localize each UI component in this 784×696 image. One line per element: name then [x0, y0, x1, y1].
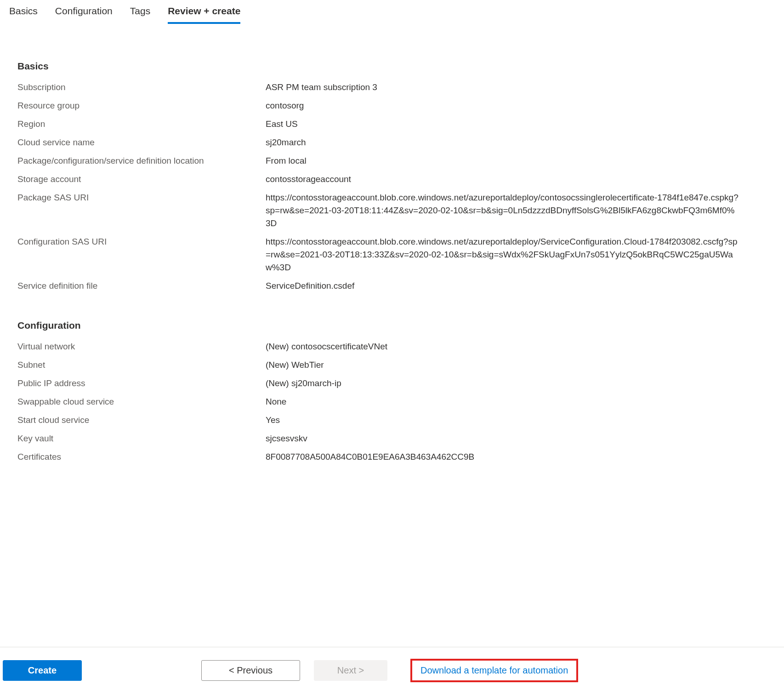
- value-subscription: ASR PM team subscription 3: [266, 81, 767, 94]
- tab-tags[interactable]: Tags: [130, 6, 150, 24]
- value-package-sas-uri: https://contosstorageaccount.blob.core.w…: [266, 191, 767, 230]
- create-button[interactable]: Create: [3, 660, 82, 681]
- label-key-vault: Key vault: [17, 432, 266, 445]
- label-region: Region: [17, 118, 266, 131]
- row-region: Region East US: [17, 118, 767, 131]
- label-public-ip: Public IP address: [17, 377, 266, 390]
- row-resource-group: Resource group contosorg: [17, 99, 767, 112]
- row-package-location: Package/configuration/service definition…: [17, 154, 767, 167]
- value-resource-group: contosorg: [266, 99, 767, 112]
- value-service-definition-file: ServiceDefinition.csdef: [266, 280, 767, 292]
- row-config-sas-uri: Configuration SAS URI https://contosstor…: [17, 235, 767, 274]
- label-certificates: Certificates: [17, 451, 266, 463]
- value-subnet: (New) WebTier: [266, 359, 767, 371]
- row-subnet: Subnet (New) WebTier: [17, 359, 767, 371]
- value-storage-account: contosstorageaccount: [266, 173, 767, 186]
- tab-basics[interactable]: Basics: [9, 6, 38, 24]
- value-virtual-network: (New) contosocscertificateVNet: [266, 340, 767, 353]
- value-start-service: Yes: [266, 414, 767, 427]
- tabs: Basics Configuration Tags Review + creat…: [0, 0, 784, 24]
- footer-bar: Create < Previous Next > Download a temp…: [0, 647, 784, 696]
- row-certificates: Certificates 8F0087708A500A84C0B01E9EA6A…: [17, 451, 767, 463]
- value-swappable: None: [266, 395, 767, 408]
- tab-review-create[interactable]: Review + create: [168, 6, 240, 24]
- value-key-vault: sjcsesvskv: [266, 432, 767, 445]
- row-key-vault: Key vault sjcsesvskv: [17, 432, 767, 445]
- value-package-location: From local: [266, 154, 767, 167]
- tab-configuration[interactable]: Configuration: [55, 6, 113, 24]
- label-swappable: Swappable cloud service: [17, 395, 266, 408]
- label-package-sas-uri: Package SAS URI: [17, 191, 266, 204]
- section-title-configuration: Configuration: [17, 320, 767, 331]
- next-button: Next >: [314, 660, 387, 681]
- download-template-link[interactable]: Download a template for automation: [410, 659, 578, 682]
- label-config-sas-uri: Configuration SAS URI: [17, 235, 266, 248]
- value-certificates: 8F0087708A500A84C0B01E9EA6A3B463A462CC9B: [266, 451, 767, 463]
- value-config-sas-uri: https://contosstorageaccount.blob.core.w…: [266, 235, 767, 274]
- row-package-sas-uri: Package SAS URI https://contosstorageacc…: [17, 191, 767, 230]
- value-public-ip: (New) sj20march-ip: [266, 377, 767, 390]
- label-storage-account: Storage account: [17, 173, 266, 186]
- row-storage-account: Storage account contosstorageaccount: [17, 173, 767, 186]
- label-subnet: Subnet: [17, 359, 266, 371]
- label-start-service: Start cloud service: [17, 414, 266, 427]
- previous-button[interactable]: < Previous: [201, 660, 300, 681]
- row-swappable: Swappable cloud service None: [17, 395, 767, 408]
- row-service-definition-file: Service definition file ServiceDefinitio…: [17, 280, 767, 292]
- label-package-location: Package/configuration/service definition…: [17, 154, 266, 167]
- value-cloud-service-name: sj20march: [266, 136, 767, 149]
- label-cloud-service-name: Cloud service name: [17, 136, 266, 149]
- value-region: East US: [266, 118, 767, 131]
- label-service-definition-file: Service definition file: [17, 280, 266, 292]
- row-subscription: Subscription ASR PM team subscription 3: [17, 81, 767, 94]
- label-virtual-network: Virtual network: [17, 340, 266, 353]
- row-start-service: Start cloud service Yes: [17, 414, 767, 427]
- label-subscription: Subscription: [17, 81, 266, 94]
- row-virtual-network: Virtual network (New) contosocscertifica…: [17, 340, 767, 353]
- row-cloud-service-name: Cloud service name sj20march: [17, 136, 767, 149]
- row-public-ip: Public IP address (New) sj20march-ip: [17, 377, 767, 390]
- content-area: Basics Subscription ASR PM team subscrip…: [0, 24, 784, 478]
- label-resource-group: Resource group: [17, 99, 266, 112]
- section-title-basics: Basics: [17, 61, 767, 72]
